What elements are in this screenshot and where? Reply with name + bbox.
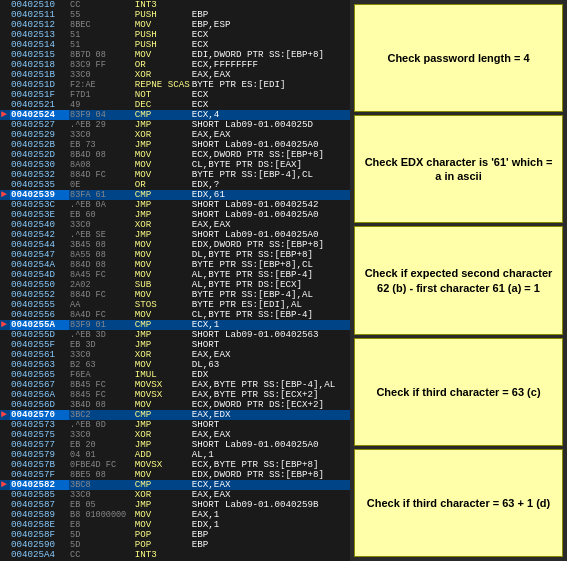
- operand-cell: ECX: [191, 30, 350, 40]
- arrow-cell: [0, 20, 10, 30]
- arrow-cell: [0, 150, 10, 160]
- bytes-cell: EB 05: [69, 500, 134, 510]
- bytes-cell: 3B45 08: [69, 240, 134, 250]
- annotation-note-5: Check if third character = 63 + 1 (d): [354, 449, 563, 557]
- arrow-cell: [0, 540, 10, 550]
- bytes-cell: .^EB 29: [69, 120, 134, 130]
- arrow-cell: ►: [0, 410, 10, 420]
- bytes-cell: .^EB 0A: [69, 200, 134, 210]
- arrow-cell: [0, 90, 10, 100]
- arrow-cell: ►: [0, 480, 10, 490]
- annotation-note-1: Check password length = 4: [354, 4, 563, 112]
- operand-cell: ECX: [191, 90, 350, 100]
- bytes-cell: EB 60: [69, 210, 134, 220]
- arrow-cell: [0, 50, 10, 60]
- arrow-cell: [0, 140, 10, 150]
- operand-cell: DL,63: [191, 360, 350, 370]
- bytes-cell: 0FBE4D FC: [69, 460, 134, 470]
- bytes-cell: 8BE5 08: [69, 470, 134, 480]
- bytes-cell: EB 3D: [69, 340, 134, 350]
- bytes-cell: 83F9 01: [69, 320, 134, 330]
- bytes-cell: 8A45 FC: [69, 270, 134, 280]
- arrow-cell: [0, 260, 10, 270]
- arrow-cell: [0, 340, 10, 350]
- annotation-note-3: Check if expected second character 62 (b…: [354, 226, 563, 334]
- arrow-cell: [0, 290, 10, 300]
- bytes-cell: 83C9 FF: [69, 60, 134, 70]
- arrow-cell: [0, 130, 10, 140]
- bytes-cell: CC: [69, 550, 134, 560]
- bytes-cell: 8B45 FC: [69, 380, 134, 390]
- asm-panel: 00402510CCINT30040251155PUSHEBP004025128…: [0, 0, 350, 561]
- bytes-cell: 83FA 61: [69, 190, 134, 200]
- arrow-cell: [0, 30, 10, 40]
- annotations-panel: Check password length = 4Check EDX chara…: [350, 0, 567, 561]
- arrow-cell: [0, 10, 10, 20]
- arrow-cell: [0, 300, 10, 310]
- bytes-cell: 2A02: [69, 280, 134, 290]
- arrow-cell: [0, 390, 10, 400]
- bytes-cell: CC: [69, 0, 134, 10]
- arrow-cell: [0, 120, 10, 130]
- arrow-cell: [0, 80, 10, 90]
- bytes-cell: 51: [69, 40, 134, 50]
- bytes-cell: EB 20: [69, 440, 134, 450]
- operand-cell: EBP: [191, 530, 350, 540]
- bytes-cell: 33C0: [69, 490, 134, 500]
- arrow-cell: [0, 490, 10, 500]
- bytes-cell: 33C0: [69, 130, 134, 140]
- bytes-cell: 8BEC: [69, 20, 134, 30]
- arrow-cell: [0, 250, 10, 260]
- arrow-cell: [0, 430, 10, 440]
- arrow-cell: ►: [0, 110, 10, 120]
- bytes-cell: .^EB 0D: [69, 420, 134, 430]
- bytes-cell: 55: [69, 10, 134, 20]
- arrow-cell: [0, 520, 10, 530]
- bytes-cell: 8B7D 08: [69, 50, 134, 60]
- bytes-cell: 884D 08: [69, 260, 134, 270]
- bytes-cell: 33C0: [69, 430, 134, 440]
- arrow-cell: [0, 460, 10, 470]
- operand-cell: [191, 0, 350, 10]
- arrow-cell: [0, 230, 10, 240]
- operand-cell: SHORT Lab09-01.004025A0: [191, 440, 350, 450]
- bytes-cell: 8A08: [69, 160, 134, 170]
- arrow-cell: [0, 240, 10, 250]
- annotation-note-4: Check if third character = 63 (c): [354, 338, 563, 446]
- asm-table: 00402510CCINT30040251155PUSHEBP004025128…: [0, 0, 350, 560]
- arrow-cell: [0, 350, 10, 360]
- bytes-cell: F2:AE: [69, 80, 134, 90]
- operand-cell: EBP: [191, 540, 350, 550]
- bytes-cell: 8A4D FC: [69, 310, 134, 320]
- bytes-cell: F6EA: [69, 370, 134, 380]
- bytes-cell: 04 01: [69, 450, 134, 460]
- arrow-cell: [0, 70, 10, 80]
- bytes-cell: E8: [69, 520, 134, 530]
- annotation-note-2: Check EDX character is '61' which = a in…: [354, 115, 563, 223]
- arrow-cell: [0, 280, 10, 290]
- bytes-cell: 884D FC: [69, 170, 134, 180]
- arrow-cell: [0, 60, 10, 70]
- arrow-cell: ►: [0, 320, 10, 330]
- arrow-cell: [0, 530, 10, 540]
- bytes-cell: 3BC8: [69, 480, 134, 490]
- operand-cell: BYTE PTR ES:[EDI]: [191, 80, 350, 90]
- arrow-cell: [0, 40, 10, 50]
- table-row: 004025A4CCINT3: [0, 550, 350, 560]
- arrow-cell: [0, 170, 10, 180]
- arrow-cell: [0, 360, 10, 370]
- bytes-cell: 5D: [69, 530, 134, 540]
- arrow-cell: [0, 270, 10, 280]
- bytes-cell: B2 63: [69, 360, 134, 370]
- bytes-cell: F7D1: [69, 90, 134, 100]
- bytes-cell: 83F9 04: [69, 110, 134, 120]
- arrow-cell: [0, 210, 10, 220]
- bytes-cell: AA: [69, 300, 134, 310]
- operand-cell: EBP,ESP: [191, 20, 350, 30]
- operand-cell: EDX,1: [191, 520, 350, 530]
- arrow-cell: [0, 380, 10, 390]
- bytes-cell: 884D FC: [69, 290, 134, 300]
- bytes-cell: 0E: [69, 180, 134, 190]
- address-cell: 004025A4: [10, 550, 69, 560]
- arrow-cell: [0, 330, 10, 340]
